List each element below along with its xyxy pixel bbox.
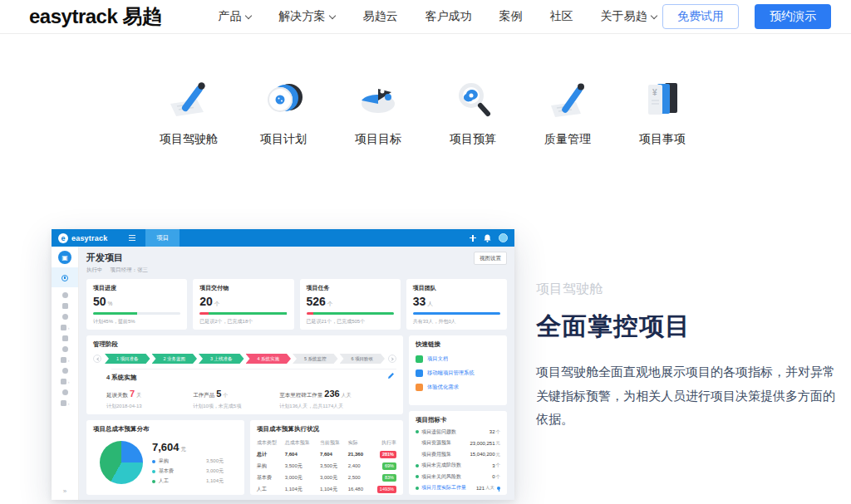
indicator-row[interactable]: 项目月度实际工作量121人天 — [416, 484, 500, 492]
dashboard-sidebar: ▣ › › › › » — [52, 247, 79, 500]
magnifier-icon — [450, 76, 496, 122]
metric-card-team[interactable]: 项目团队 33人 共有33人，外包0人 — [406, 279, 507, 330]
metric-card-tasks[interactable]: 项目任务 526个 已延误21个，已完成505个 — [300, 279, 401, 330]
hamburger-menu-icon[interactable] — [129, 235, 135, 241]
nav-item-products[interactable]: 产品 — [218, 9, 251, 24]
cost-pie-chart[interactable] — [100, 441, 143, 484]
metric-cards: 项目进度 50% 计划45%，提前5% 项目交付物 20个 已延误2个，已完成1… — [86, 279, 507, 330]
phase-step[interactable]: 4 系统实施 — [246, 354, 292, 364]
sidebar-icon[interactable]: › — [61, 325, 70, 330]
dashboard-brand: easytrack — [71, 234, 107, 242]
table-row: 基本费3,000元3,000元2,50083% — [257, 472, 396, 483]
rate-badge: 1493% — [377, 486, 396, 493]
cost-table: 成本类型 总成本预算 当前预算 实际 执行率 总计7,6047,60421,36… — [257, 438, 396, 495]
view-settings-button[interactable]: 视图设置 — [474, 252, 507, 265]
bell-icon[interactable] — [484, 234, 491, 242]
nav-item-cases[interactable]: 案例 — [499, 9, 522, 24]
book-demo-button[interactable]: 预约演示 — [755, 4, 831, 29]
books-icon: ¥ — [639, 76, 686, 122]
sidebar-icon[interactable]: › — [61, 400, 70, 406]
phase-step[interactable]: 6 项目验收 — [340, 354, 386, 364]
sidebar-item-active[interactable] — [52, 267, 78, 287]
cost-budget-table-card: 项目成本预算执行状况 成本类型 总成本预算 当前预算 实际 执行率 — [250, 420, 403, 495]
disc-icon — [260, 76, 307, 122]
avatar[interactable] — [499, 233, 508, 242]
nav-item-customer-success[interactable]: 客户成功 — [425, 9, 471, 24]
nav-buttons: 免费试用 预约演示 — [662, 4, 831, 29]
metric-card-deliverables[interactable]: 项目交付物 20个 已延误2个，已完成18个 — [193, 279, 293, 330]
nav-item-community[interactable]: 社区 — [549, 9, 573, 24]
quick-link-ux[interactable]: 体验优化需求 — [416, 384, 500, 391]
sidebar-icon[interactable] — [62, 314, 68, 320]
pie-legend: 采购3,500元 基本费3,000元 人工1,104元 — [152, 458, 224, 485]
section-eyebrow: 项目驾驶舱 — [536, 281, 842, 298]
pie-target-icon — [355, 76, 401, 122]
pin-icon — [497, 487, 500, 490]
easytrack-mark-icon: e — [58, 233, 68, 243]
dashboard-top-bar: e easytrack 项目 — [52, 229, 514, 247]
feature-project-goal[interactable]: 项目目标 — [341, 76, 416, 147]
brand-logo[interactable]: easytrack 易趋 — [29, 3, 161, 30]
section-description: 项目驾驶舱全面直观地展示项目的各项指标，并对异常关键指标预警，为相关人员进行项目… — [536, 360, 842, 432]
sidebar-icon[interactable] — [62, 346, 68, 352]
phase-step[interactable]: 5 系统监控 — [293, 354, 338, 364]
progress-bar — [199, 312, 287, 315]
metric-card-progress[interactable]: 项目进度 50% 计划45%，提前5% — [86, 279, 187, 330]
quick-links-card: 快速链接 项目文档 移动端项目管理系统 体验优化需求 — [409, 335, 507, 405]
feature-project-plan[interactable]: 项目计划 — [246, 76, 321, 147]
project-manager: 项目经理：张三 — [111, 267, 149, 274]
phase-step[interactable]: 1 项目准备 — [105, 354, 150, 364]
feature-project-cockpit[interactable]: 项目驾驶舱 — [151, 76, 226, 147]
sidebar-icon[interactable]: › — [61, 379, 70, 384]
nav-item-cloud[interactable]: 易趋云 — [362, 9, 397, 24]
phase-detail-title: 4 系统实施 — [106, 374, 396, 382]
phase-metric-workproducts: 工作产品5个 计划10项，未完成5项 — [193, 385, 279, 410]
rate-badge: 281% — [380, 451, 396, 458]
chevron-down-icon — [329, 12, 336, 18]
section-title: 全面掌控项目 — [536, 310, 842, 344]
sidebar-icon[interactable] — [62, 303, 68, 309]
stepper-next-icon[interactable] — [388, 355, 396, 363]
quick-link-mobile[interactable]: 移动端项目管理系统 — [416, 369, 500, 377]
feature-quality-management[interactable]: 质量管理 — [530, 76, 605, 147]
doc-icon — [416, 355, 423, 363]
chevron-down-icon — [651, 12, 657, 18]
sidebar-icon[interactable] — [62, 389, 68, 395]
cost-distribution-card: 项目总成本预算分布 7,604元 采购3,500元 基本费3,000元 人工 — [86, 420, 244, 495]
phase-metric-effort: 至本里程碑工作量236人天 计划136人天，总共1174人天 — [279, 385, 396, 410]
page: easytrack 易趋 产品 解决方案 易趋云 客户成功 案例 社区 关于易趋… — [0, 0, 851, 504]
quick-link-docs[interactable]: 项目文档 — [416, 355, 500, 363]
table-row: 总计7,6047,60421,360281% — [257, 448, 396, 460]
product-screenshot-dashboard: e easytrack 项目 ▣ › › — [52, 229, 514, 500]
phase-step[interactable]: 2 业务蓝图 — [152, 354, 198, 364]
free-trial-button[interactable]: 免费试用 — [662, 4, 739, 29]
section-copy: 项目驾驶舱 全面掌控项目 项目驾驶舱全面直观地展示项目的各项指标，并对异常关键指… — [536, 281, 842, 432]
progress-bar — [307, 312, 394, 315]
feature-project-budget[interactable]: 项目预算 — [435, 76, 510, 147]
sidebar-icon[interactable] — [62, 292, 68, 298]
sidebar-collapse-icon[interactable]: » — [63, 487, 66, 495]
pen-paper-icon — [165, 76, 212, 122]
table-row: 人工1,104元1,104元16,4801493% — [257, 483, 396, 495]
chevron-down-icon — [245, 12, 252, 18]
sidebar-icon[interactable] — [62, 335, 68, 341]
sidebar-icon[interactable]: › — [61, 357, 70, 363]
svg-text:¥: ¥ — [652, 88, 657, 97]
phase-metric-delay: 延误天数7天 计划2018-04-13 — [106, 385, 193, 410]
rate-badge: 69% — [382, 462, 396, 470]
management-phase-card: 管理阶段 1 项目准备 2 业务蓝图 3 上线准备 4 系统实施 5 系统监控 … — [86, 335, 403, 414]
sidebar-icon[interactable] — [62, 368, 68, 374]
feature-row: 项目驾驶舱 项目计划 项目目标 项目预算 质量管理 — [0, 76, 851, 147]
tab-project[interactable]: 项目 — [145, 229, 180, 247]
requirement-icon — [416, 384, 423, 391]
feature-project-items[interactable]: ¥ 项目事项 — [625, 76, 700, 147]
plus-icon[interactable] — [470, 235, 476, 242]
edit-pencil-icon[interactable] — [387, 372, 395, 379]
nav-item-solutions[interactable]: 解决方案 — [278, 9, 335, 24]
indicator-row: 项目遗留问题数32个 — [416, 428, 500, 436]
phase-step[interactable]: 3 上线准备 — [199, 354, 244, 364]
app-switcher-icon[interactable]: ▣ — [58, 251, 71, 264]
nav-item-about[interactable]: 关于易趋 — [600, 9, 657, 24]
stepper-prev-icon[interactable] — [93, 355, 101, 363]
project-status: 执行中 — [86, 267, 103, 274]
